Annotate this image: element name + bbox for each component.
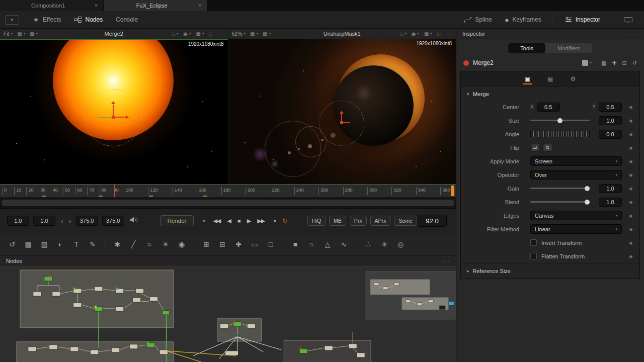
snapshot-button[interactable]: □	[209, 31, 212, 37]
bspline-mask-tool-icon[interactable]: ∿	[337, 237, 351, 251]
merge-tool-icon[interactable]: ⊞	[199, 237, 213, 251]
transform-tool-icon[interactable]: ✚	[231, 237, 246, 251]
comp-end-field[interactable]	[102, 216, 124, 226]
center-control-handle[interactable]	[340, 121, 343, 124]
blend-field[interactable]	[599, 198, 622, 207]
quality-aprx-button[interactable]: APrx	[370, 216, 391, 226]
fast-forward-button[interactable]: ▶▶	[256, 218, 266, 224]
zoom-dropdown[interactable]: 52% ▾	[232, 31, 246, 37]
text-tool-icon[interactable]: T	[69, 237, 84, 251]
center-control-horizontal[interactable]	[114, 117, 126, 118]
right-viewer[interactable]: 1920x1080xint8	[228, 39, 456, 185]
viewer-options-button[interactable]: ···	[445, 31, 452, 37]
loader-tool-icon[interactable]: ↺	[5, 237, 19, 251]
buffer-b-dropdown[interactable]: ▦ ▾	[30, 31, 38, 37]
keyframe-diamond-icon[interactable]: ◆	[625, 227, 636, 232]
buffer-a-dropdown[interactable]: ▦ ▾	[17, 31, 25, 37]
effects-button[interactable]: Effects	[26, 14, 67, 26]
quality-some-button[interactable]: Some	[394, 216, 417, 226]
keyframe-diamond-icon[interactable]: ◆	[625, 118, 636, 123]
center-control-handle[interactable]	[112, 116, 115, 119]
close-tab-icon[interactable]: ✕	[198, 3, 202, 8]
keyframe-diamond-icon[interactable]: ◆	[625, 145, 636, 150]
size-slider[interactable]	[530, 116, 590, 125]
blur-tool-icon[interactable]: ◉	[175, 237, 189, 251]
size-field[interactable]	[599, 116, 622, 125]
buffer-b-dropdown[interactable]: ▦ ▾	[263, 31, 271, 37]
angle-field[interactable]	[599, 130, 622, 139]
loop-button[interactable]: ↻	[280, 217, 289, 225]
node-subgroup[interactable]	[370, 280, 430, 295]
saver-tool-icon[interactable]: ▤	[21, 237, 35, 251]
keyframe-diamond-icon[interactable]: ◆	[625, 200, 636, 205]
fit-dropdown[interactable]: Fit ▾	[4, 31, 13, 37]
go-to-end-button[interactable]: ⇥	[270, 218, 277, 224]
center-y-field[interactable]	[599, 103, 622, 112]
time-ruler[interactable]: 0102030405060708090100120140160180200220…	[0, 185, 456, 198]
polygon-mask-tool-icon[interactable]: △	[320, 237, 335, 251]
inspector-button[interactable]: Inspector	[558, 14, 607, 26]
particle-emitter-tool-icon[interactable]: ∴	[361, 237, 375, 251]
step-back-button[interactable]: ‹	[59, 217, 64, 225]
ellipse-mask-tool-icon[interactable]: ○	[304, 237, 318, 251]
spline-button[interactable]: Spline	[457, 14, 498, 26]
lock-icon[interactable]: ⊡	[622, 60, 627, 66]
operator-dropdown[interactable]: Over ▾	[530, 170, 622, 179]
workspace-dropdown[interactable]: ▾	[5, 15, 19, 25]
brightness-contrast-tool-icon[interactable]: ☀	[158, 237, 173, 251]
tab-tools[interactable]: Tools	[508, 43, 545, 53]
guides-dropdown[interactable]: □ ▾	[400, 31, 407, 37]
render-start-field[interactable]	[33, 216, 55, 226]
playhead[interactable]	[114, 185, 115, 197]
left-viewer[interactable]: 1920x1080xint8	[0, 39, 228, 185]
tab-transform-controls[interactable]: ▣	[523, 73, 532, 84]
particle-render-tool-icon[interactable]: ✳	[377, 237, 391, 251]
tab-settings[interactable]: ⚙	[569, 73, 577, 84]
paint-tool-icon[interactable]: ✎	[86, 237, 100, 251]
particles-tool-icon[interactable]: ✱	[110, 237, 124, 251]
node-group[interactable]	[366, 272, 455, 319]
current-frame-field[interactable]	[418, 215, 447, 227]
play-reverse-button[interactable]: ◀	[226, 218, 232, 224]
close-tab-icon[interactable]: ✕	[94, 3, 98, 8]
color-controls-dropdown[interactable]: ◉ ▾	[183, 31, 191, 37]
pin-icon[interactable]: ✚	[612, 60, 616, 66]
keyframe-diamond-icon[interactable]: ◆	[625, 132, 636, 137]
node-group[interactable]	[284, 340, 371, 362]
node-status-icon[interactable]	[463, 60, 469, 66]
keyframe-diamond-icon[interactable]: ◆	[625, 213, 636, 218]
comp-start-field[interactable]	[7, 216, 29, 226]
filter-method-dropdown[interactable]: Linear ▾	[530, 224, 622, 234]
audio-mute-button[interactable]	[129, 216, 138, 225]
stop-button[interactable]: ■	[236, 218, 242, 224]
buffer-a-dropdown[interactable]: ▦ ▾	[250, 31, 258, 37]
gain-slider[interactable]	[530, 184, 590, 193]
crop-tool-icon[interactable]: □	[264, 237, 278, 251]
gain-field[interactable]	[599, 184, 622, 193]
node-graph[interactable]	[0, 266, 456, 362]
tab-composition1[interactable]: Composition1 ✕	[0, 0, 104, 11]
center-control-horizontal[interactable]	[342, 122, 350, 123]
apply-mode-dropdown[interactable]: Screen ▾	[530, 156, 622, 166]
go-to-start-button[interactable]: ⇤	[201, 218, 208, 224]
keyframe-diamond-icon[interactable]: ◆	[625, 240, 636, 245]
hue-curves-tool-icon[interactable]: ≈	[142, 237, 156, 251]
edges-dropdown[interactable]: Canvas ▾	[530, 211, 622, 220]
timeline-scrollbar-thumb[interactable]	[2, 200, 454, 206]
keyframe-diamond-icon[interactable]: ◆	[625, 186, 636, 191]
dissolve-tool-icon[interactable]: ⊟	[215, 237, 229, 251]
quality-hiq-button[interactable]: HiQ	[307, 216, 326, 226]
snapshot-button[interactable]: □	[437, 31, 440, 37]
color-curves-tool-icon[interactable]: ╱	[126, 237, 140, 251]
play-button[interactable]: ▶	[246, 218, 252, 224]
quality-mb-button[interactable]: MB	[329, 216, 346, 226]
background-tool-icon[interactable]: ▨	[37, 237, 51, 251]
quality-prx-button[interactable]: Prx	[350, 216, 367, 226]
flatten-transform-checkbox[interactable]	[530, 253, 537, 259]
keyframe-diamond-icon[interactable]: ◆	[625, 172, 636, 177]
console-button[interactable]: Console	[109, 14, 144, 26]
keyframe-diamond-icon[interactable]: ◆	[625, 254, 636, 259]
rectangle-mask-tool-icon[interactable]: ■	[288, 237, 302, 251]
viewer-options-button[interactable]: ···	[217, 31, 224, 37]
merge-section-header[interactable]: ▾ Merge	[461, 86, 639, 100]
